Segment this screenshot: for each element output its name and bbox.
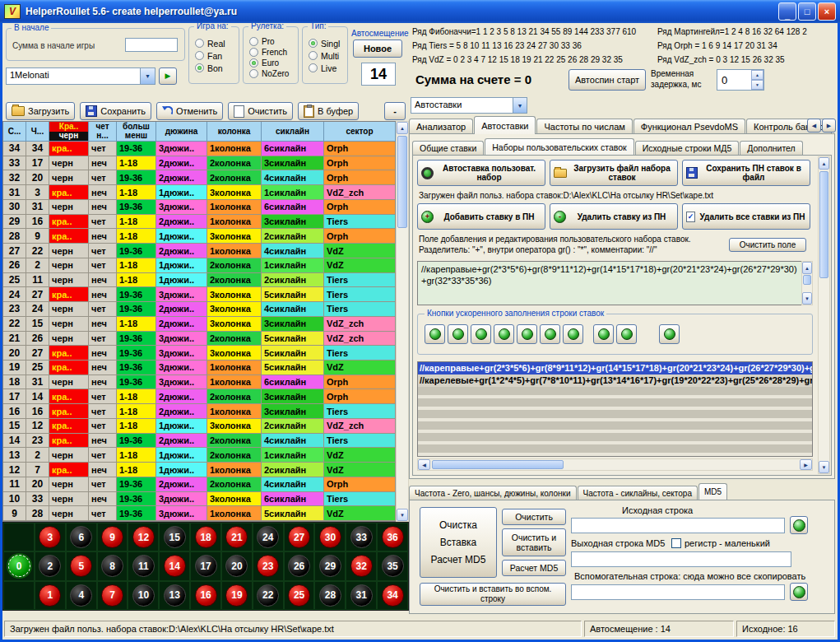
table-row[interactable]: 289кра..неч1-181дюжи..3колонка2сиклайнOr…	[3, 229, 396, 244]
register-checkbox[interactable]	[671, 538, 681, 548]
board-number-34[interactable]: 34	[382, 584, 404, 607]
scrollbar-track[interactable]	[397, 134, 408, 509]
board-number-6[interactable]: 6	[70, 526, 92, 548]
board-number-22[interactable]: 22	[257, 584, 279, 607]
bets-list-item[interactable]: //кареправые+gr(2*3*5*6)+gr(8*9*11*12)+g…	[418, 362, 812, 374]
main-tab-0[interactable]: Анализатор	[409, 119, 473, 134]
table-row[interactable]: 2511черннеч1-181дюжи..2колонка2сиклайнTi…	[3, 273, 396, 288]
board-number-19[interactable]: 19	[225, 584, 248, 607]
output-string-input[interactable]	[571, 551, 791, 567]
scroll-left-icon[interactable]: ◀	[418, 459, 430, 470]
board-number-16[interactable]: 16	[195, 584, 217, 607]
scrollbar-track[interactable]	[819, 170, 829, 461]
source-string-input[interactable]	[571, 518, 785, 533]
table-row[interactable]: 2427кра..неч19-363дюжи..3колонка5сиклайн…	[3, 287, 396, 302]
edit-area-vscroll[interactable]: ▲▼	[801, 261, 813, 305]
board-number-15[interactable]: 15	[164, 526, 186, 548]
board-number-0[interactable]: 0	[8, 555, 30, 577]
quick-bet-button-8[interactable]	[593, 324, 614, 344]
pn-top-button-1[interactable]: Автоставка пользоват. набор	[417, 160, 545, 186]
board-number-23[interactable]: 23	[257, 555, 279, 577]
board-number-5[interactable]: 5	[70, 555, 92, 577]
board-number-14[interactable]: 14	[164, 555, 186, 577]
table-row[interactable]: 1831черннеч19-363дюжи..1колонка6сиклайнO…	[3, 375, 396, 390]
board-number-33[interactable]: 33	[350, 526, 373, 548]
pn-top-button-3[interactable]: Сохранить ПН ставок в файл	[682, 160, 810, 186]
new-offset-button[interactable]: Новое	[353, 40, 402, 58]
dropdown-icon[interactable]: ▼	[140, 68, 155, 84]
pn-top-button-2[interactable]: Загрузить файл набора ставок	[550, 160, 678, 186]
aux-string-input[interactable]	[571, 584, 785, 600]
quick-bet-button-9[interactable]	[616, 324, 637, 344]
radio-bon[interactable]: Bon	[195, 62, 239, 74]
scroll-right-icon[interactable]: ▶	[800, 459, 812, 470]
quick-bet-button-2[interactable]	[448, 324, 468, 344]
autobets-combo[interactable]: Автоставки ▼	[411, 97, 527, 114]
sub-tab-0[interactable]: Общие ставки	[412, 141, 484, 155]
pn-edit-button-3[interactable]: ✓Удалить все ставки из ПН	[682, 203, 810, 230]
save-button[interactable]: Сохранить	[80, 102, 151, 120]
table-row[interactable]: 3031черннеч19-363дюжи..1колонка6сиклайнO…	[3, 200, 396, 215]
load-button[interactable]: Загрузить	[6, 102, 75, 120]
table-row[interactable]: 1120чернчет19-362дюжи..2колонка4сиклайнO…	[3, 477, 396, 492]
freq-tab-0[interactable]: Частота - Zero, шансы, дюжины, колонки	[409, 486, 577, 500]
main-tab-3[interactable]: Функционал PsevdoMS	[633, 119, 745, 134]
quick-bet-button-7[interactable]	[563, 324, 583, 344]
scroll-up-icon[interactable]: ▲	[397, 122, 408, 134]
board-number-27[interactable]: 27	[288, 526, 310, 548]
board-number-8[interactable]: 8	[101, 555, 123, 577]
dropdown-icon[interactable]: ▼	[513, 98, 527, 113]
spinner-down-button[interactable]: ▼	[751, 80, 763, 90]
pn-edit-button-2[interactable]: -Удалить ставку из ПН	[550, 203, 678, 230]
aux-action-button[interactable]	[790, 583, 808, 601]
column-header-3[interactable]: четн...	[89, 122, 117, 142]
source-action-button[interactable]	[790, 516, 808, 534]
scrollbar-track[interactable]	[430, 459, 800, 470]
radio-real[interactable]: Real	[195, 37, 239, 49]
column-header-5[interactable]: дюжина	[156, 122, 207, 142]
column-header-6[interactable]: колонка	[207, 122, 262, 142]
scroll-down-icon[interactable]: ▼	[819, 461, 829, 473]
md5-combined-button[interactable]: Очистка Вставка Расчет MD5	[420, 507, 497, 578]
radio-french[interactable]: French	[249, 47, 298, 58]
clear-field-button[interactable]: Очистить поле	[729, 238, 806, 252]
scroll-up-icon[interactable]: ▲	[819, 157, 829, 170]
sub-vscroll[interactable]: ▲▼	[818, 156, 830, 474]
table-row[interactable]: 2027кра..неч19-363дюжи..3колонка5сиклайн…	[3, 346, 396, 361]
table-row[interactable]: 1714кра..чет1-182дюжи..2колонка3сиклайнO…	[3, 389, 396, 404]
table-row[interactable]: 127кра..неч1-181дюжи..1колонка2сиклайнVd…	[3, 463, 396, 477]
board-number-35[interactable]: 35	[382, 555, 404, 577]
board-number-36[interactable]: 36	[382, 526, 404, 548]
board-number-11[interactable]: 11	[132, 555, 155, 577]
sub-tab-1[interactable]: Наборы пользовательских ставок	[485, 138, 633, 155]
main-tab-1[interactable]: Автоставки	[474, 116, 536, 134]
scroll-down-icon[interactable]: ▼	[802, 292, 812, 305]
pn-edit-button-1[interactable]: +Добавить ставку в ПН	[417, 203, 545, 230]
column-header-2[interactable]: Кра..черн	[49, 122, 89, 142]
sub-tab-2[interactable]: Исходные строки МД5	[635, 141, 740, 155]
profile-combo[interactable]: 1Melonati ▼	[6, 67, 155, 85]
freq-tab-1[interactable]: Частота - сиклайны, сектора	[578, 486, 698, 500]
quick-bet-button-1[interactable]	[425, 324, 445, 344]
board-number-13[interactable]: 13	[164, 584, 186, 607]
board-number-10[interactable]: 10	[132, 584, 155, 607]
column-header-8[interactable]: сектор	[324, 122, 396, 142]
table-row[interactable]: 3434кра..чет19-363дюжи..1колонка6сиклайн…	[3, 142, 396, 156]
undo-button[interactable]: Отменить	[156, 102, 223, 120]
md5-calc-button[interactable]: Расчет MD5	[502, 560, 566, 576]
minimize-button[interactable]: _	[778, 2, 796, 21]
bet-edit-area[interactable]: //кареправые+gr(2*3*5*6)+gr(8*9*11*12)+g…	[417, 261, 801, 305]
radio-multi[interactable]: Multi	[309, 49, 347, 62]
board-number-4[interactable]: 4	[70, 584, 92, 607]
play-button[interactable]: ▶	[159, 67, 177, 85]
autospin-start-button[interactable]: Автоспин старт	[569, 69, 646, 91]
table-row[interactable]: 928чернчет19-363дюжи..1колонка5сиклайнVd…	[3, 506, 396, 521]
start-sum-input[interactable]	[125, 38, 178, 52]
quick-bet-button-3[interactable]	[471, 324, 491, 344]
board-number-32[interactable]: 32	[350, 555, 373, 577]
quick-bet-button-10[interactable]	[659, 324, 680, 344]
board-number-25[interactable]: 25	[288, 584, 310, 607]
table-row[interactable]: 2215черннеч1-182дюжи..3колонка3сиклайнVd…	[3, 317, 396, 332]
radio-pro[interactable]: Pro	[249, 36, 298, 47]
table-row[interactable]: 313кра..неч1-181дюжи..3колонка1сиклайнVd…	[3, 185, 396, 200]
